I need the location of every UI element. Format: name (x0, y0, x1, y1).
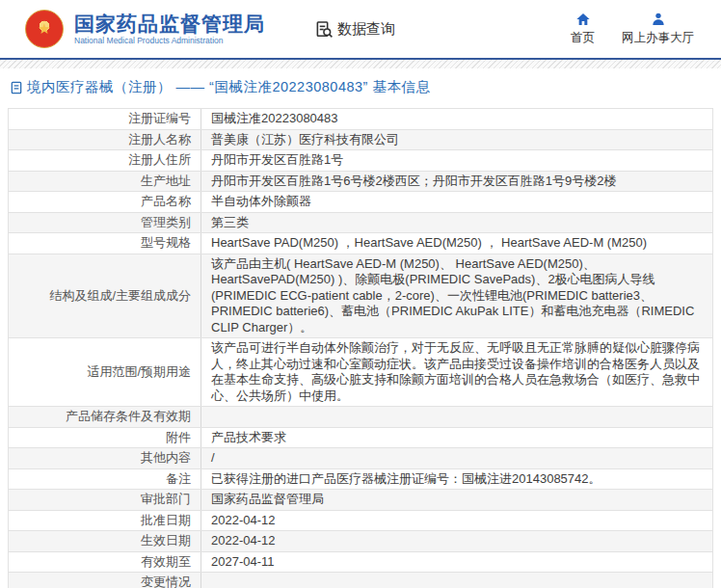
row-label: 变更情况 (141, 575, 191, 588)
row-value: 2022-04-12 (201, 511, 712, 531)
row-label: 批准日期 (141, 513, 191, 529)
row-value (201, 407, 712, 427)
table-row: 生产地址 丹阳市开发区百胜路1号6号楼2楼西区；丹阳市开发区百胜路1号9号楼2楼 (9, 172, 712, 193)
user-icon (651, 12, 666, 27)
table-row: 变更情况 (9, 573, 712, 588)
data-query-nav[interactable]: 数据查询 (315, 20, 395, 39)
row-label-cell: 产品储存条件及有效期 (9, 407, 201, 427)
table-row: 适用范围/预期用途 该产品可进行半自动体外除颤治疗，对于无反应、无呼吸且无正常脉… (9, 338, 712, 407)
row-label-cell: 其他内容 (9, 448, 201, 468)
row-label-cell: 备注 (9, 469, 201, 490)
row-label-cell: 管理类别 (9, 213, 201, 233)
row-label-cell: 附件 (9, 428, 201, 448)
site-header: ★ 国家药品监督管理局 National Medical Products Ad… (0, 0, 721, 58)
row-label-cell: 审批部门 (9, 490, 201, 510)
table-row: 有效期至 2027-04-11 (9, 552, 712, 574)
table-row: 注册人名称 普美康（江苏）医疗科技有限公司 (9, 130, 712, 151)
row-value (201, 573, 712, 588)
row-value: 第三类 (201, 213, 712, 233)
breadcrumb: 境内医疗器械（注册） —— “国械注准20223080483” 基本信息 (0, 68, 721, 106)
row-label: 审批部门 (141, 492, 191, 508)
row-label: 生效日期 (141, 533, 191, 549)
row-label: 有效期至 (141, 554, 191, 571)
row-label-cell: 注册人住所 (9, 150, 201, 171)
row-label-cell: 结构及组成/主要组成成分 (9, 254, 201, 338)
row-label-cell: 生产地址 (9, 172, 201, 192)
row-label-cell: 型号规格 (9, 233, 201, 254)
row-label-cell: 生效日期 (9, 531, 201, 551)
page-icon (10, 81, 23, 94)
top-nav: 首页 网上办事大厅 (571, 12, 694, 46)
row-value: 国械注准20223080483 (201, 109, 712, 129)
hatched-strip (0, 60, 721, 68)
document-search-icon (315, 20, 334, 39)
row-label-cell: 产品名称 (9, 192, 201, 212)
row-label-cell: 注册人名称 (9, 130, 201, 150)
row-value: 国家药品监督管理局 (201, 490, 712, 510)
row-label-cell: 有效期至 (9, 552, 201, 573)
table-row: 产品名称 半自动体外除颤器 (9, 192, 712, 213)
row-value: 丹阳市开发区百胜路1号 (201, 150, 712, 171)
nav-service-hall-label: 网上办事大厅 (622, 30, 694, 46)
row-value: 2027-04-11 (201, 552, 712, 573)
row-label: 产品储存条件及有效期 (66, 409, 191, 425)
table-row: 生效日期 2022-04-12 (9, 531, 712, 552)
row-label: 结构及组成/主要组成成分 (49, 288, 191, 305)
row-label: 附件 (166, 430, 191, 446)
row-label: 产品名称 (141, 194, 191, 210)
org-name-en: National Medical Products Administration (74, 36, 265, 46)
row-value: 丹阳市开发区百胜路1号6号楼2楼西区；丹阳市开发区百胜路1号9号楼2楼 (201, 172, 712, 192)
org-name-cn: 国家药品监督管理局 (74, 13, 265, 36)
row-label-cell: 注册证编号 (9, 109, 201, 129)
table-row: 审批部门 国家药品监督管理局 (9, 490, 712, 511)
row-value: 2022-04-12 (201, 531, 712, 551)
row-label-cell: 适用范围/预期用途 (9, 338, 201, 406)
nav-item-home[interactable]: 首页 (571, 12, 595, 46)
info-table: 注册证编号 国械注准20223080483 注册人名称 普美康（江苏）医疗科技有… (8, 108, 713, 588)
row-value: 半自动体外除颤器 (201, 192, 712, 212)
row-label: 备注 (166, 471, 191, 488)
home-icon (575, 12, 591, 27)
table-row: 注册人住所 丹阳市开发区百胜路1号 (9, 150, 712, 172)
nav-home-label: 首页 (571, 30, 595, 46)
row-label: 其他内容 (141, 450, 191, 467)
row-value: / (201, 448, 712, 468)
table-row: 备注 已获得注册的进口产品医疗器械注册证编号：国械注进20143085742。 (9, 469, 712, 491)
row-label: 管理类别 (141, 215, 191, 231)
row-label: 生产地址 (141, 174, 191, 190)
breadcrumb-text: 境内医疗器械（注册） —— “国械注准20223080483” 基本信息 (27, 78, 430, 96)
nav-item-service-hall[interactable]: 网上办事大厅 (622, 12, 694, 46)
table-row: 型号规格 HeartSave PAD(M250) ，HeartSave AED(… (9, 233, 712, 254)
info-table-body: 注册证编号 国械注准20223080483 注册人名称 普美康（江苏）医疗科技有… (9, 109, 712, 588)
table-row: 附件 产品技术要求 (9, 428, 712, 449)
row-value: 已获得注册的进口产品医疗器械注册证编号：国械注进20143085742。 (201, 469, 712, 490)
org-title-block: 国家药品监督管理局 National Medical Products Admi… (74, 13, 265, 46)
row-label-cell: 变更情况 (9, 573, 201, 588)
national-emblem-logo: ★ (25, 10, 64, 48)
table-row: 注册证编号 国械注准20223080483 (9, 109, 712, 130)
table-row: 管理类别 第三类 (9, 213, 712, 234)
row-value: 该产品由主机( HeartSave AED-M (M250)、 HeartSav… (201, 254, 712, 338)
row-label: 适用范围/预期用途 (87, 364, 191, 381)
row-label: 型号规格 (141, 235, 191, 252)
table-row: 结构及组成/主要组成成分 该产品由主机( HeartSave AED-M (M2… (9, 254, 712, 339)
row-label-cell: 批准日期 (9, 511, 201, 531)
row-label: 注册证编号 (128, 111, 191, 127)
data-query-label: 数据查询 (337, 20, 395, 39)
row-value: 产品技术要求 (201, 428, 712, 448)
table-row: 产品储存条件及有效期 (9, 407, 712, 428)
row-value: 该产品可进行半自动体外除颤治疗，对于无反应、无呼吸且无正常脉膊的疑似心脏骤停病人… (201, 338, 712, 406)
table-row: 批准日期 2022-04-12 (9, 511, 712, 532)
table-row: 其他内容 / (9, 448, 712, 469)
row-label: 注册人住所 (128, 152, 191, 169)
row-value: HeartSave PAD(M250) ，HeartSave AED(M250)… (201, 233, 712, 254)
row-label: 注册人名称 (128, 132, 191, 148)
row-value: 普美康（江苏）医疗科技有限公司 (201, 130, 712, 150)
